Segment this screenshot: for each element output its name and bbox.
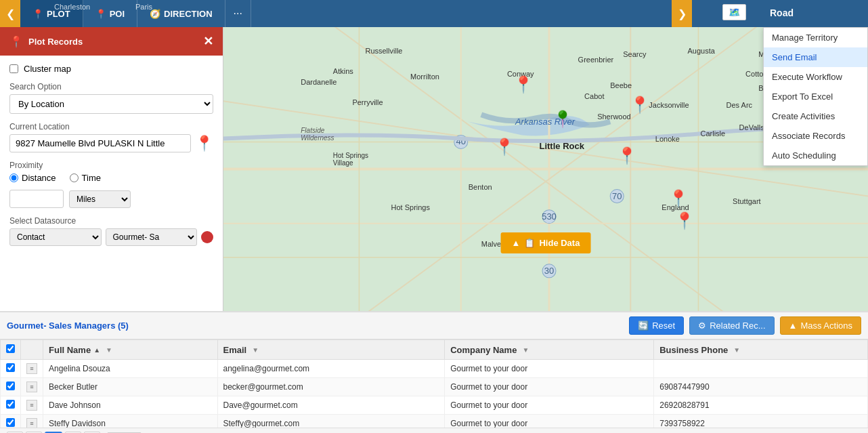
panel-close-button[interactable]: ✕	[203, 34, 213, 49]
cluster-map-checkbox[interactable]	[9, 64, 18, 73]
distance-value-input[interactable]	[9, 190, 64, 208]
menu-item-create-activities[interactable]: Create Activities	[764, 106, 867, 126]
distance-unit-select[interactable]: Miles Kilometers	[69, 190, 131, 208]
row3-phone: 26920828791	[654, 396, 868, 415]
menu-item-associate-records[interactable]: Associate Records	[764, 126, 867, 146]
reset-button[interactable]: 🔄 Reset	[629, 316, 684, 335]
search-option-select[interactable]: By Location By Zip Code By State	[9, 94, 213, 114]
map-area[interactable]: 40 530 70 30 Arkansas River Russellville…	[223, 27, 868, 311]
roadmap-label: Road	[770, 7, 794, 18]
row3-checkbox[interactable]	[6, 400, 15, 409]
filter-phone-icon[interactable]: ▼	[733, 346, 740, 354]
location-input-wrap: 📍	[9, 134, 213, 152]
header-icon-cell	[21, 340, 43, 360]
bottom-title: Gourmet- Sales Managers (5)	[7, 321, 624, 331]
row4-checkbox-cell	[1, 415, 21, 428]
panel-title-row: 📍 Plot Records	[9, 35, 83, 48]
map-pin-2[interactable]: 📍	[630, 96, 650, 115]
map-pin-6[interactable]: 📍	[674, 211, 695, 230]
data-table: Full Name ▲ ▼ Email ▼ Company Name	[0, 339, 868, 428]
data-table-wrapper: Full Name ▲ ▼ Email ▼ Company Name	[0, 339, 868, 428]
row1-fullname: Angelina Dsouza	[43, 360, 218, 378]
row4-email: Steffy@gourmet.com	[217, 415, 445, 428]
datasource-label: Select Datasource	[9, 216, 213, 226]
filter-company-icon[interactable]: ▼	[522, 346, 529, 354]
related-records-button[interactable]: ⚙ Related Rec...	[689, 316, 774, 335]
row2-fullname: Becker Butler	[43, 378, 218, 396]
filter-email-icon[interactable]: ▼	[252, 346, 259, 354]
menu-item-send-email[interactable]: Send Email	[764, 47, 867, 67]
related-icon: ⚙	[698, 321, 706, 331]
map-pin-green[interactable]: 📍	[552, 110, 573, 129]
table-row: ≡ Becker Butler becker@gourmet.com Gourm…	[1, 378, 868, 396]
header-company: Company Name ▼	[445, 340, 654, 360]
datasource-type-select[interactable]: Contact	[9, 228, 102, 246]
row2-record-icon[interactable]: ≡	[26, 382, 37, 392]
nav-arrow-left[interactable]: ❮	[0, 0, 20, 27]
map-pin-1[interactable]: 📍	[513, 75, 534, 94]
reset-icon: 🔄	[638, 321, 649, 331]
row4-phone: 7393758922	[654, 415, 868, 428]
distance-input-row: Miles Kilometers	[9, 190, 213, 208]
related-label: Related Rec...	[710, 321, 765, 331]
map-type-button[interactable]: 🗺️	[722, 4, 746, 20]
row3-checkbox-cell	[1, 396, 21, 415]
proximity-row: Proximity Distance Time Miles Kil	[9, 161, 213, 208]
row2-checkbox[interactable]	[6, 382, 15, 390]
header-full-name: Full Name ▲ ▼	[43, 340, 218, 360]
row2-company: Gourmet to your door	[445, 378, 654, 396]
menu-item-export-excel[interactable]: Export To Excel	[764, 87, 867, 106]
row4-checkbox[interactable]	[6, 418, 15, 427]
row4-record-icon[interactable]: ≡	[26, 418, 37, 428]
mass-actions-icon: ▲	[789, 321, 798, 331]
mass-actions-label: Mass Actions	[800, 321, 852, 331]
filter-fullname-icon[interactable]: ▼	[106, 346, 112, 354]
datasource-input-row: Contact Gourmet- Sa	[9, 228, 213, 246]
map-pin-3[interactable]: 📍	[494, 138, 515, 157]
select-all-checkbox[interactable]	[6, 344, 15, 353]
side-panel: 📍 Plot Records ✕ Cluster map Search Opti…	[0, 27, 223, 311]
datasource-name-select[interactable]: Gourmet- Sa	[106, 228, 198, 246]
svg-text:70: 70	[612, 191, 622, 201]
map-pin-5[interactable]: 📍	[668, 189, 689, 208]
nav-arrow-right[interactable]: ❯	[672, 0, 692, 27]
menu-item-manage-territory[interactable]: Manage Territory	[764, 28, 867, 47]
sort-fullname-icon[interactable]: ▲	[93, 346, 100, 354]
row4-fullname: Steffy Davidson	[43, 415, 218, 428]
table-row: ≡ Dave Johnson Dave@gourmet.com Gourmet …	[1, 396, 868, 415]
distance-radio-item[interactable]: Distance	[9, 173, 56, 183]
cluster-map-label: Cluster map	[24, 64, 71, 74]
bottom-toolbar: Gourmet- Sales Managers (5) 🔄 Reset ⚙ Re…	[0, 312, 868, 339]
table-row: ≡ Angelina Dsouza angelina@gourmet.com G…	[1, 360, 868, 378]
row2-icon-cell: ≡	[21, 378, 43, 396]
panel-body: Cluster map Search Option By Location By…	[0, 56, 223, 262]
nav-more-button[interactable]: ···	[225, 0, 251, 27]
current-location-input[interactable]	[9, 134, 191, 152]
map-pin-4[interactable]: 📍	[617, 146, 637, 165]
mass-actions-button[interactable]: ▲ Mass Actions	[780, 316, 861, 335]
row3-record-icon[interactable]: ≡	[26, 400, 37, 411]
menu-item-auto-scheduling[interactable]: Auto Scheduling	[764, 146, 867, 165]
hide-data-button[interactable]: ▲ 📋 Hide Data	[501, 232, 591, 253]
plot-icon: 📍	[32, 9, 43, 19]
time-radio[interactable]	[70, 173, 79, 182]
row3-email: Dave@gourmet.com	[217, 396, 445, 415]
location-pin-icon[interactable]: 📍	[195, 135, 213, 152]
header-phone: Business Phone ▼	[654, 340, 868, 360]
current-location-label: Current Location	[9, 122, 213, 131]
distance-radio[interactable]	[9, 173, 18, 182]
current-location-row: Current Location 📍	[9, 122, 213, 152]
pagination-bar: « ‹ 1 › » 50 25 100 items per page (5 Se…	[0, 428, 868, 433]
proximity-label: Proximity	[9, 161, 213, 170]
row4-icon-cell: ≡	[21, 415, 43, 428]
row1-record-icon[interactable]: ≡	[26, 363, 37, 374]
header-email: Email ▼	[217, 340, 445, 360]
table-header-row: Full Name ▲ ▼ Email ▼ Company Name	[1, 340, 868, 360]
row1-checkbox[interactable]	[6, 363, 15, 372]
row2-phone: 69087447990	[654, 378, 868, 396]
row3-company: Gourmet to your door	[445, 396, 654, 415]
tab-poi[interactable]: 📍 POI	[83, 0, 137, 27]
city1-label: Charleston	[54, 3, 90, 11]
menu-item-execute-workflow[interactable]: Execute Workflow	[764, 67, 867, 87]
time-radio-item[interactable]: Time	[70, 173, 101, 183]
